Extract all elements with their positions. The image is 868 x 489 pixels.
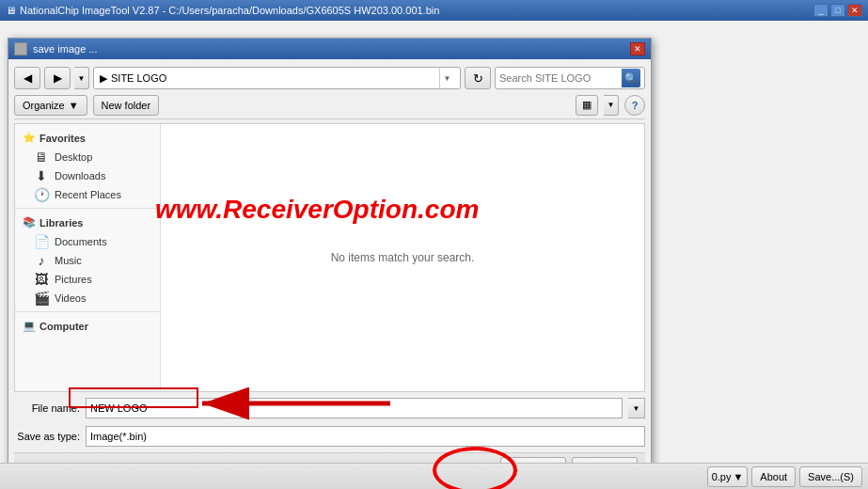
computer-icon: 💻: [23, 320, 36, 332]
organize-dropdown-icon: ▼: [69, 100, 79, 111]
sidebar: ⭐ Favorites 🖥 Desktop ⬇ Downloads 🕐 Rece…: [15, 124, 161, 391]
nav-back-button[interactable]: ◀: [14, 67, 40, 89]
filename-row: File name: ▼: [14, 396, 645, 420]
about-button[interactable]: About: [751, 466, 796, 487]
filename-dropdown-button[interactable]: ▼: [628, 398, 645, 418]
nav-history-dropdown[interactable]: ▼: [74, 67, 89, 89]
sidebar-item-recent[interactable]: 🕐 Recent Places: [15, 185, 160, 204]
music-label: Music: [55, 255, 82, 266]
sidebar-item-music[interactable]: ♪ Music: [15, 251, 160, 270]
computer-label: Computer: [39, 321, 88, 332]
dialog-titlebar: save image ... ✕: [8, 39, 651, 59]
sidebar-divider-2: [15, 311, 160, 312]
status-dropdown-arrow: ▼: [733, 471, 743, 482]
documents-label: Documents: [55, 236, 107, 247]
save-dialog: save image ... ✕ ◀ ▶ ▼ ▶ SITE LOGO ▼ ↻: [8, 38, 652, 489]
recent-label: Recent Places: [55, 189, 121, 200]
libraries-icon: 📚: [23, 216, 36, 229]
music-icon: ♪: [34, 254, 49, 267]
downloads-label: Downloads: [55, 170, 105, 181]
libraries-label: Libraries: [39, 217, 83, 229]
minimize-button[interactable]: _: [813, 4, 829, 17]
dialog-close-button[interactable]: ✕: [630, 42, 645, 55]
new-folder-button[interactable]: New folder: [93, 95, 160, 116]
search-input[interactable]: [499, 72, 622, 84]
nav-bar: ◀ ▶ ▼ ▶ SITE LOGO ▼ ↻ 🔍: [14, 65, 645, 91]
refresh-button[interactable]: ↻: [465, 67, 491, 89]
recent-icon: 🕐: [34, 188, 49, 201]
organize-label: Organize: [23, 100, 65, 111]
view-button[interactable]: ▦: [576, 95, 598, 116]
breadcrumb-folder[interactable]: SITE LOGO: [111, 72, 166, 84]
filetype-label: Save as type:: [14, 431, 80, 442]
star-icon: ⭐: [23, 132, 36, 144]
status-dropdown-text: 0.py: [712, 471, 732, 482]
status-save-button[interactable]: Save...(S): [799, 466, 862, 487]
breadcrumb-bar: ▶ SITE LOGO ▼: [93, 67, 461, 89]
toolbar-row: Organize ▼ New folder ▦ ▼ ?: [14, 95, 645, 119]
nav-forward-button[interactable]: ▶: [44, 67, 71, 89]
main-title-text: NationalChip ImageTool V2.87 - C:/Users/…: [20, 5, 439, 16]
main-title-icon: 🖥: [6, 5, 16, 16]
sidebar-item-videos[interactable]: 🎬 Videos: [15, 289, 160, 308]
dialog-titlebar-left: save image ...: [14, 42, 97, 55]
pictures-icon: 🖼: [34, 273, 49, 286]
main-titlebar-left: 🖥 NationalChip ImageTool V2.87 - C:/User…: [6, 5, 439, 16]
videos-label: Videos: [55, 292, 86, 304]
search-bar: 🔍: [495, 67, 645, 89]
empty-message: No items match your search.: [331, 251, 475, 264]
desktop-label: Desktop: [55, 151, 92, 163]
main-titlebar: 🖥 NationalChip ImageTool V2.87 - C:/User…: [0, 0, 868, 21]
videos-icon: 🎬: [34, 292, 49, 305]
sidebar-item-pictures[interactable]: 🖼 Pictures: [15, 270, 160, 289]
filetype-select[interactable]: Image(*.bin): [86, 426, 645, 447]
filetype-select-wrap: Image(*.bin): [86, 426, 645, 447]
filename-input[interactable]: [86, 398, 623, 418]
content-area: No items match your search.: [161, 124, 644, 391]
sidebar-libraries-header[interactable]: 📚 Libraries: [15, 213, 160, 232]
main-statusbar: 0.py ▼ About Save...(S): [0, 463, 868, 489]
favorites-label: Favorites: [39, 133, 86, 144]
sidebar-item-downloads[interactable]: ⬇ Downloads: [15, 166, 160, 185]
breadcrumb-dropdown-button[interactable]: ▼: [439, 68, 454, 88]
sidebar-item-desktop[interactable]: 🖥 Desktop: [15, 148, 160, 166]
maximize-button[interactable]: □: [830, 4, 845, 17]
dialog-content: ◀ ▶ ▼ ▶ SITE LOGO ▼ ↻ 🔍: [8, 59, 651, 488]
dialog-icon: [14, 42, 27, 55]
filename-label: File name:: [14, 402, 80, 414]
documents-icon: 📄: [34, 235, 49, 248]
status-dropdown[interactable]: 0.py ▼: [707, 466, 749, 487]
right-panel: [647, 41, 868, 463]
filetype-row: Save as type: Image(*.bin): [14, 424, 645, 449]
help-button[interactable]: ?: [624, 95, 645, 116]
search-button[interactable]: 🔍: [622, 69, 640, 87]
dialog-title: save image ...: [33, 43, 97, 55]
pictures-label: Pictures: [55, 274, 92, 285]
sidebar-computer-header[interactable]: 💻 Computer: [15, 316, 160, 336]
view-dropdown-button[interactable]: ▼: [604, 95, 619, 116]
desktop-icon: 🖥: [34, 150, 49, 164]
main-titlebar-controls: _ □ ✕: [813, 4, 862, 17]
close-main-button[interactable]: ✕: [847, 4, 862, 17]
downloads-icon: ⬇: [34, 169, 49, 182]
breadcrumb-arrow-icon: ▶: [100, 72, 107, 85]
sidebar-divider-1: [15, 208, 160, 209]
main-body: save image ... ✕ ◀ ▶ ▼ ▶ SITE LOGO ▼ ↻: [0, 21, 868, 489]
organize-button[interactable]: Organize ▼: [14, 95, 87, 116]
main-area: ⭐ Favorites 🖥 Desktop ⬇ Downloads 🕐 Rece…: [14, 123, 645, 392]
sidebar-favorites-header[interactable]: ⭐ Favorites: [15, 128, 160, 148]
sidebar-item-documents[interactable]: 📄 Documents: [15, 232, 160, 251]
